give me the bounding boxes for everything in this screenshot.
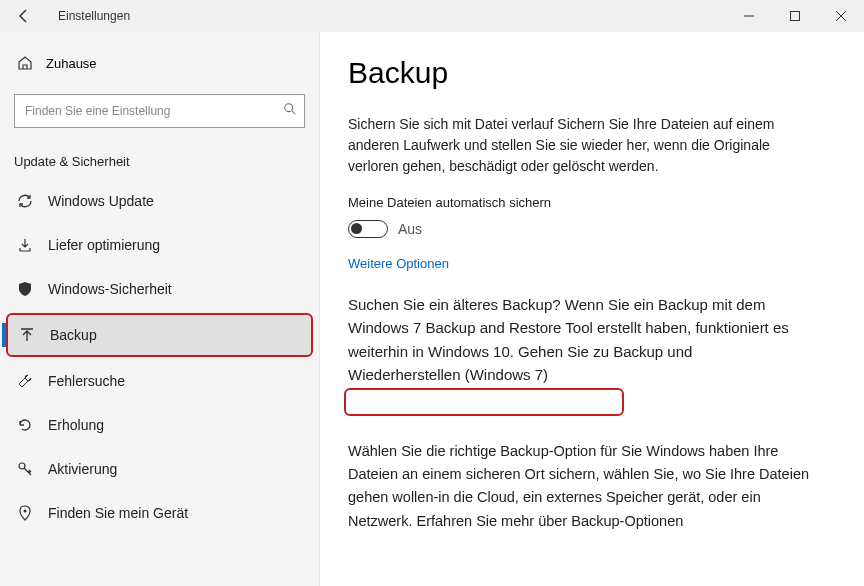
content-area: Zuhause Update & Sicherheit Windows Upda… bbox=[0, 32, 864, 586]
highlight-box bbox=[344, 388, 624, 416]
nav-label: Erholung bbox=[48, 417, 104, 433]
toggle-row: Aus bbox=[348, 220, 836, 238]
auto-backup-toggle[interactable] bbox=[348, 220, 388, 238]
minimize-button[interactable] bbox=[726, 0, 772, 32]
key-icon bbox=[16, 460, 34, 478]
home-label: Zuhause bbox=[46, 56, 97, 71]
nav-label: Backup bbox=[50, 327, 97, 343]
window-controls bbox=[726, 0, 864, 32]
search-icon bbox=[283, 102, 297, 120]
toggle-state-label: Aus bbox=[398, 221, 422, 237]
nav-delivery-optimization[interactable]: Liefer optimierung bbox=[0, 223, 319, 267]
svg-point-7 bbox=[24, 510, 27, 513]
toggle-knob bbox=[351, 223, 362, 234]
main-panel: Backup Sichern Sie sich mit Datei verlau… bbox=[320, 32, 864, 586]
close-button[interactable] bbox=[818, 0, 864, 32]
arrow-left-icon bbox=[16, 8, 32, 24]
search-input[interactable] bbox=[14, 94, 305, 128]
location-icon bbox=[16, 504, 34, 522]
sync-icon bbox=[16, 192, 34, 210]
download-icon bbox=[16, 236, 34, 254]
svg-rect-1 bbox=[791, 12, 800, 21]
maximize-button[interactable] bbox=[772, 0, 818, 32]
nav-label: Fehlersuche bbox=[48, 373, 125, 389]
home-nav[interactable]: Zuhause bbox=[0, 44, 319, 82]
nav-windows-security[interactable]: Windows-Sicherheit bbox=[0, 267, 319, 311]
nav-label: Aktivierung bbox=[48, 461, 117, 477]
nav-label: Windows Update bbox=[48, 193, 154, 209]
minimize-icon bbox=[744, 11, 754, 21]
window-title: Einstellungen bbox=[58, 9, 130, 23]
nav-label: Liefer optimierung bbox=[48, 237, 160, 253]
svg-point-4 bbox=[285, 104, 293, 112]
backup-icon bbox=[18, 326, 36, 344]
page-title: Backup bbox=[348, 56, 836, 90]
back-button[interactable] bbox=[0, 0, 48, 32]
close-icon bbox=[836, 11, 846, 21]
recovery-icon bbox=[16, 416, 34, 434]
svg-line-5 bbox=[292, 111, 296, 115]
home-icon bbox=[16, 54, 34, 72]
nav-find-my-device[interactable]: Finden Sie mein Gerät bbox=[0, 491, 319, 535]
titlebar: Einstellungen bbox=[0, 0, 864, 32]
nav-label: Windows-Sicherheit bbox=[48, 281, 172, 297]
nav-windows-update[interactable]: Windows Update bbox=[0, 179, 319, 223]
sidebar: Zuhause Update & Sicherheit Windows Upda… bbox=[0, 32, 320, 586]
nav-recovery[interactable]: Erholung bbox=[0, 403, 319, 447]
more-options-link[interactable]: Weitere Optionen bbox=[348, 256, 449, 271]
nav-activation[interactable]: Aktivierung bbox=[0, 447, 319, 491]
nav-label: Finden Sie mein Gerät bbox=[48, 505, 188, 521]
intro-paragraph: Sichern Sie sich mit Datei verlauf Siche… bbox=[348, 114, 808, 177]
section-header: Update & Sicherheit bbox=[0, 140, 319, 179]
auto-backup-label: Meine Dateien automatisch sichern bbox=[348, 195, 836, 210]
maximize-icon bbox=[790, 11, 800, 21]
search-wrap bbox=[14, 94, 305, 128]
shield-icon bbox=[16, 280, 34, 298]
nav-backup[interactable]: Backup bbox=[6, 313, 313, 357]
wrench-icon bbox=[16, 372, 34, 390]
choose-option-paragraph: Wählen Sie die richtige Backup-Option fü… bbox=[348, 440, 828, 533]
nav-troubleshoot[interactable]: Fehlersuche bbox=[0, 359, 319, 403]
older-backup-paragraph: Suchen Sie ein älteres Backup? Wenn Sie … bbox=[348, 293, 808, 386]
